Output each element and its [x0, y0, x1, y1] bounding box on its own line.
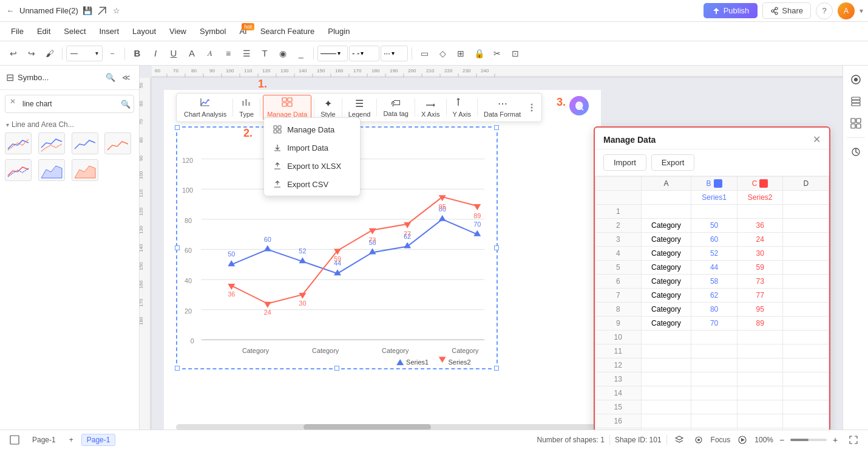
export-button[interactable]: Export [651, 154, 695, 171]
cell-d[interactable] [783, 358, 829, 372]
cell-d[interactable] [783, 386, 829, 400]
cell-a[interactable]: Category [641, 233, 691, 247]
cell-d[interactable] [783, 344, 829, 358]
lock-button[interactable]: 🔒 [470, 45, 487, 62]
ungroup-button[interactable]: ✂ [489, 45, 506, 62]
line-style-selector[interactable]: —— ▾ [317, 46, 348, 61]
align-left-button[interactable]: ≡ [220, 45, 237, 62]
format-painter-button[interactable]: 🖌 [41, 45, 58, 62]
cell-c[interactable]: 95 [737, 303, 783, 317]
underline-button[interactable]: U [165, 45, 182, 62]
cell-d[interactable] [783, 219, 829, 233]
chart-yaxis-btn[interactable]: Y Axis [449, 95, 475, 120]
close-icon[interactable]: ✕ [10, 97, 16, 106]
cell-b[interactable]: 58 [691, 275, 737, 289]
page-tab-active[interactable]: Page-1 [81, 434, 116, 446]
col-header-c[interactable]: C [737, 177, 783, 191]
table-row[interactable]: 15 [595, 400, 829, 414]
cell-b[interactable] [691, 386, 737, 400]
cell-a[interactable]: Category [641, 219, 691, 233]
back-icon[interactable]: ← [5, 5, 16, 16]
share-button[interactable]: Share [762, 2, 811, 19]
cell-a[interactable]: Category [641, 289, 691, 303]
font-size-decrease[interactable]: − [104, 45, 121, 62]
chart-thumb-4[interactable] [104, 132, 131, 154]
cell-a[interactable]: Category [641, 317, 691, 331]
cell-a[interactable]: Category [641, 261, 691, 275]
text-size-increase[interactable]: T [256, 45, 273, 62]
menu-view[interactable]: View [163, 24, 192, 38]
menu-search-feature[interactable]: Search Feature [254, 24, 321, 38]
cell-d[interactable] [783, 261, 829, 275]
cell-c[interactable]: 59 [737, 261, 783, 275]
search-input[interactable] [5, 95, 134, 113]
h-scrollbar-thumb[interactable] [303, 424, 431, 430]
chart-dataformat-btn[interactable]: ⋯ Data Format [480, 96, 524, 120]
cell-c[interactable] [737, 205, 783, 219]
cell-d[interactable] [783, 317, 829, 331]
menu-edit[interactable]: Edit [31, 24, 56, 38]
chart-style-btn[interactable]: ✦ Style [317, 96, 339, 120]
table-row[interactable]: 4 Category 52 30 [595, 247, 829, 261]
series-d-label[interactable] [783, 191, 829, 205]
font-family-button[interactable]: 𝐴 [202, 45, 219, 62]
chart-type-btn[interactable]: Type [236, 95, 257, 120]
star-icon[interactable]: ☆ [111, 5, 122, 16]
chart-xaxis-btn[interactable]: X Axis [418, 95, 444, 120]
import-button[interactable]: Import [603, 154, 646, 171]
dropdown-export-xlsx[interactable]: Export to XLSX [264, 157, 360, 175]
cell-b[interactable]: 52 [691, 247, 737, 261]
shape-button[interactable]: ◇ [434, 45, 451, 62]
table-row[interactable]: 3 Category 60 24 [595, 233, 829, 247]
components-btn[interactable] [847, 114, 865, 132]
line-weight-selector[interactable]: ··· ▾ [381, 46, 408, 61]
menu-insert[interactable]: Insert [93, 24, 126, 38]
bold-button[interactable]: B [129, 45, 146, 62]
table-row[interactable]: 13 [595, 372, 829, 386]
zoom-in-btn[interactable]: + [829, 434, 841, 446]
cell-c[interactable] [737, 400, 783, 414]
cell-b[interactable]: 60 [691, 233, 737, 247]
layers-status-btn[interactable] [672, 433, 687, 447]
table-row[interactable]: 14 [595, 386, 829, 400]
cell-d[interactable] [783, 331, 829, 344]
resize-handle-bl[interactable] [175, 366, 180, 371]
table-row[interactable]: 12 [595, 358, 829, 372]
chart-thumb-6[interactable] [38, 159, 65, 181]
sidebar-collapse-btn[interactable]: ≪ [120, 71, 133, 84]
cell-c[interactable]: 24 [737, 233, 783, 247]
table-row[interactable]: 7 Category 62 77 [595, 289, 829, 303]
align-center-button[interactable]: ☰ [238, 45, 255, 62]
cell-b[interactable]: 70 [691, 317, 737, 331]
resize-handle-bm[interactable] [334, 366, 339, 371]
zoom-slider[interactable] [790, 439, 827, 441]
manage-panel-close-btn[interactable]: ✕ [813, 134, 821, 145]
chart-thumb-5[interactable] [5, 159, 32, 181]
cell-b[interactable]: 50 [691, 219, 737, 233]
add-page-btn[interactable]: + [64, 434, 79, 446]
cell-a[interactable] [641, 331, 691, 344]
cell-a[interactable]: Category [641, 303, 691, 317]
resize-handle-tr[interactable] [494, 125, 499, 130]
cell-d[interactable] [783, 289, 829, 303]
font-color-button[interactable]: A [183, 45, 200, 62]
cell-c[interactable] [737, 358, 783, 372]
history-btn[interactable] [847, 143, 865, 161]
col-header-b[interactable]: B [691, 177, 737, 191]
page-tab-inactive[interactable]: Page-1 [27, 434, 61, 446]
table-row[interactable]: 16 [595, 414, 829, 428]
cell-b[interactable]: 62 [691, 289, 737, 303]
help-button[interactable]: ? [816, 2, 833, 19]
cell-a[interactable] [641, 414, 691, 428]
chart-thumb-3[interactable] [72, 132, 98, 154]
table-row[interactable]: 2 Category 50 36 [595, 219, 829, 233]
cell-c[interactable] [737, 428, 783, 430]
external-link-icon[interactable] [97, 5, 107, 16]
play-btn[interactable] [735, 433, 750, 447]
series-b-label[interactable]: Series1 [691, 191, 737, 205]
menu-symbol[interactable]: Symbol [194, 24, 232, 38]
smart-guide-button[interactable]: ⊡ [507, 45, 524, 62]
cell-b[interactable] [691, 344, 737, 358]
menu-select[interactable]: Select [58, 24, 92, 38]
align-distribute-button[interactable]: ⊞ [452, 45, 469, 62]
